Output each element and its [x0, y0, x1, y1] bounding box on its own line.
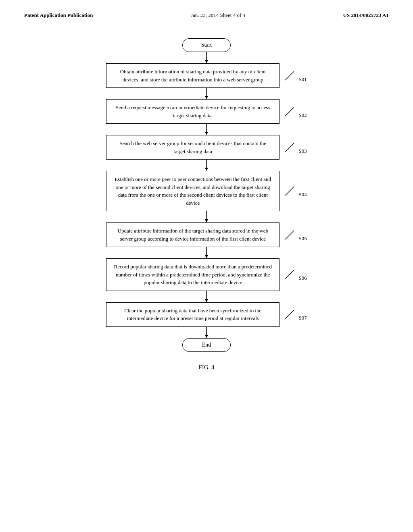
header-center: Jan. 23, 2014 Sheet 4 of 4: [191, 12, 245, 19]
header-left: Patent Application Publication: [24, 12, 93, 19]
arrow-4: [203, 160, 210, 171]
flowchart: Start Obtain attribute information of sh…: [24, 38, 389, 371]
svg-line-17: [285, 270, 294, 279]
step-s07-box: Clear the popular sharing data that have…: [106, 302, 280, 327]
step-s02-row: Send a request message to an intermediat…: [106, 99, 307, 124]
step-s03-label: S03: [285, 141, 307, 154]
svg-marker-1: [205, 60, 208, 63]
step-s06-text: Record popular sharing data that is down…: [114, 264, 272, 285]
step-s07-row: Clear the popular sharing data that have…: [106, 302, 307, 327]
step-s06-box: Record popular sharing data that is down…: [106, 258, 280, 291]
svg-marker-13: [205, 219, 208, 222]
step-s04-text: Establish one or more peer to peer conne…: [115, 176, 271, 206]
svg-line-5: [285, 107, 294, 116]
step-s05-row: Update attribute information of the targ…: [106, 222, 307, 247]
step-s04-row: Establish one or more peer to peer conne…: [106, 171, 307, 211]
arrow-7: [203, 291, 210, 302]
svg-marker-10: [205, 168, 208, 171]
step-s06-row: Record popular sharing data that is down…: [106, 258, 307, 291]
arrow-2: [203, 88, 210, 99]
svg-line-20: [285, 310, 294, 319]
svg-marker-22: [205, 335, 208, 338]
step-s04-box: Establish one or more peer to peer conne…: [106, 171, 280, 211]
step-s07-label: S07: [285, 308, 307, 321]
end-label: End: [202, 342, 211, 348]
step-s03-text: Search the web server group for second c…: [120, 140, 267, 154]
arrow-3: [203, 124, 210, 135]
step-s02-label: S02: [285, 105, 307, 118]
svg-line-8: [285, 143, 294, 152]
start-label: Start: [201, 42, 212, 48]
step-s01-row: Obtain attribute information of sharing …: [106, 63, 307, 88]
svg-marker-16: [205, 255, 208, 258]
step-s05-text: Update attribute information of the targ…: [118, 228, 268, 242]
step-s01-box: Obtain attribute information of sharing …: [106, 63, 280, 88]
svg-line-11: [285, 187, 294, 195]
end-shape: End: [182, 338, 231, 352]
step-s02-text: Send a request message to an intermediat…: [116, 104, 270, 118]
arrow-6: [203, 247, 210, 258]
header-right: US 2014/0025723 A1: [343, 12, 389, 19]
page-header: Patent Application Publication Jan. 23, …: [24, 12, 389, 22]
svg-marker-7: [205, 132, 208, 135]
step-s05-label: S05: [285, 228, 307, 242]
start-shape: Start: [182, 38, 231, 52]
step-s05-box: Update attribute information of the targ…: [106, 222, 280, 247]
step-s01-label: S01: [285, 69, 307, 83]
arrow-1: [203, 52, 210, 63]
arrow-5: [203, 211, 210, 222]
step-s07-text: Clear the popular sharing data that have…: [124, 308, 261, 322]
page: Patent Application Publication Jan. 23, …: [0, 0, 413, 532]
step-s03-row: Search the web server group for second c…: [106, 135, 307, 160]
arrow-8: [203, 327, 210, 338]
step-s03-box: Search the web server group for second c…: [106, 135, 280, 160]
step-s04-label: S04: [285, 184, 307, 198]
figure-caption: FIG. 4: [198, 364, 214, 371]
svg-line-2: [285, 71, 294, 80]
step-s06-label: S06: [285, 268, 307, 281]
svg-line-14: [285, 231, 294, 239]
svg-marker-4: [205, 96, 208, 99]
step-s01-text: Obtain attribute information of sharing …: [120, 69, 266, 83]
svg-marker-19: [205, 299, 208, 302]
step-s02-box: Send a request message to an intermediat…: [106, 99, 280, 124]
